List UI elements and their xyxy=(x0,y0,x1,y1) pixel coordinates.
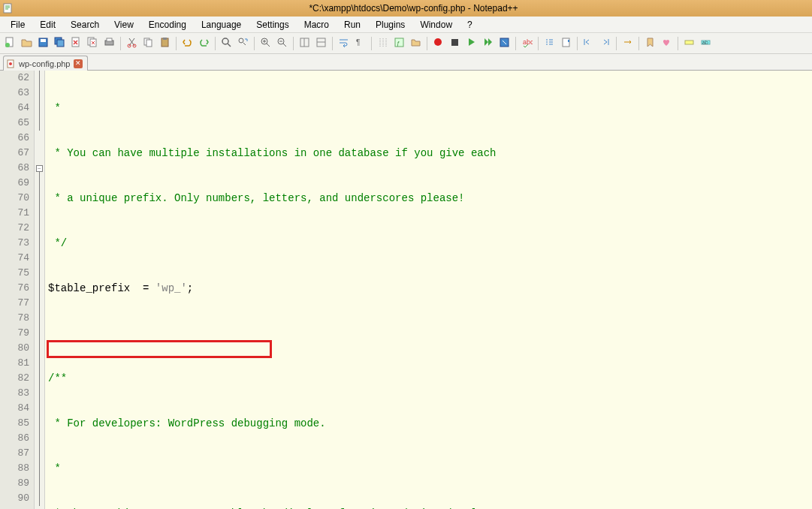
fold-column[interactable]: − xyxy=(35,71,45,509)
indent-more-button[interactable] xyxy=(598,36,612,50)
save-all-button[interactable] xyxy=(53,36,67,50)
indent-less-icon xyxy=(583,37,594,50)
separator xyxy=(616,37,617,50)
save-all-icon xyxy=(54,37,65,50)
func-list-button[interactable] xyxy=(542,36,557,50)
line-number: 72 xyxy=(0,221,29,236)
line-number: 79 xyxy=(0,326,29,341)
highlight2-button[interactable]: ab xyxy=(699,36,713,50)
separator xyxy=(427,37,427,50)
menu-settings[interactable]: Settings xyxy=(249,18,296,32)
bookmark-button[interactable] xyxy=(643,36,657,50)
line-number-gutter: 6263646566676869707172737475767778798081… xyxy=(0,71,35,509)
indent-guide-button[interactable] xyxy=(376,36,390,50)
window-title: *C:\xampp\htdocs\Demo\wp-config.php - No… xyxy=(18,3,809,14)
separator xyxy=(293,37,294,50)
menu-view[interactable]: View xyxy=(107,18,141,32)
sync-v-button[interactable] xyxy=(297,36,312,50)
play-icon xyxy=(466,37,477,50)
doc-map-button[interactable] xyxy=(559,36,573,50)
replace-button[interactable] xyxy=(236,36,250,50)
close-all-icon xyxy=(87,37,98,50)
separator xyxy=(176,37,177,50)
new-file-button[interactable] xyxy=(3,36,17,50)
find-icon xyxy=(221,37,232,50)
indent-guide-icon xyxy=(377,37,388,50)
line-number: 70 xyxy=(0,191,29,206)
save-button[interactable] xyxy=(36,36,50,50)
menu-search[interactable]: Search xyxy=(63,18,107,32)
fold-box-icon[interactable]: − xyxy=(36,165,43,172)
tab-close-button[interactable]: ✕ xyxy=(74,59,83,68)
heart-button[interactable] xyxy=(660,36,674,50)
menu-window[interactable]: Window xyxy=(412,18,460,32)
paste-button[interactable] xyxy=(158,36,172,50)
trim-button[interactable] xyxy=(620,36,635,50)
menu-encoding[interactable]: Encoding xyxy=(141,18,194,32)
play-button[interactable] xyxy=(464,36,478,50)
svg-rect-31 xyxy=(563,38,569,47)
line-number: 73 xyxy=(0,236,29,251)
play-multi-button[interactable] xyxy=(481,36,495,50)
tab-label: wp-config.php xyxy=(19,59,71,68)
svg-point-19 xyxy=(239,38,243,43)
line-number: 75 xyxy=(0,266,29,281)
redo-button[interactable] xyxy=(197,36,211,50)
zoom-in-button[interactable] xyxy=(258,36,273,50)
show-all-button[interactable]: ¶ xyxy=(353,36,367,50)
separator xyxy=(678,37,678,50)
word-wrap-button[interactable] xyxy=(337,36,351,50)
menu-run[interactable]: Run xyxy=(337,18,368,32)
spell-button[interactable]: abc xyxy=(520,36,534,50)
new-file-icon xyxy=(5,37,16,50)
indent-less-button[interactable] xyxy=(581,36,596,50)
undo-button[interactable] xyxy=(180,36,195,50)
zoom-out-button[interactable] xyxy=(275,36,289,50)
menu-plugins[interactable]: Plugins xyxy=(368,18,412,32)
svg-rect-17 xyxy=(163,38,167,40)
cut-button[interactable] xyxy=(125,36,139,50)
sync-h-button[interactable] xyxy=(314,36,328,50)
print-button[interactable] xyxy=(102,36,116,50)
copy-icon xyxy=(143,37,154,50)
separator xyxy=(577,37,578,50)
open-file-button[interactable] xyxy=(20,36,34,50)
stop-button[interactable] xyxy=(448,36,462,50)
menu-help[interactable]: ? xyxy=(460,18,480,32)
svg-rect-28 xyxy=(451,39,458,46)
titlebar: *C:\xampp\htdocs\Demo\wp-config.php - No… xyxy=(0,0,812,17)
menu-file[interactable]: File xyxy=(3,18,32,32)
tab-wp-config[interactable]: wp-config.php ✕ xyxy=(3,56,88,71)
code-area[interactable]: * * You can have multiple installations … xyxy=(45,71,812,509)
record-button[interactable] xyxy=(431,36,445,50)
svg-rect-11 xyxy=(107,38,112,41)
record-icon xyxy=(433,37,444,50)
editor[interactable]: 6263646566676869707172737475767778798081… xyxy=(0,71,812,509)
menu-language[interactable]: Language xyxy=(194,18,249,32)
close-button[interactable] xyxy=(69,36,83,50)
toolbar: ¶ƒabcab xyxy=(0,33,812,54)
heart-icon xyxy=(661,37,672,50)
find-button[interactable] xyxy=(219,36,234,50)
menu-macro[interactable]: Macro xyxy=(297,18,337,32)
app-icon xyxy=(3,3,14,14)
lang-button[interactable]: ƒ xyxy=(392,36,406,50)
highlight1-button[interactable] xyxy=(682,36,696,50)
save-macro-button[interactable] xyxy=(497,36,512,50)
line-number: 83 xyxy=(0,386,29,401)
svg-point-2 xyxy=(5,43,10,47)
line-number: 82 xyxy=(0,371,29,386)
stop-icon xyxy=(449,37,460,50)
svg-point-27 xyxy=(434,38,442,46)
code-text: * xyxy=(48,102,61,114)
copy-button[interactable] xyxy=(141,36,155,50)
line-number: 87 xyxy=(0,446,29,461)
redo-icon xyxy=(198,37,210,50)
folder-button[interactable] xyxy=(409,36,423,50)
close-all-button[interactable] xyxy=(86,36,100,50)
play-multi-icon xyxy=(482,37,494,50)
line-number: 88 xyxy=(0,461,29,476)
menu-edit[interactable]: Edit xyxy=(32,18,63,32)
code-text: * a unique prefix. Only numbers, letters… xyxy=(48,192,465,204)
sync-v-icon xyxy=(299,37,310,50)
